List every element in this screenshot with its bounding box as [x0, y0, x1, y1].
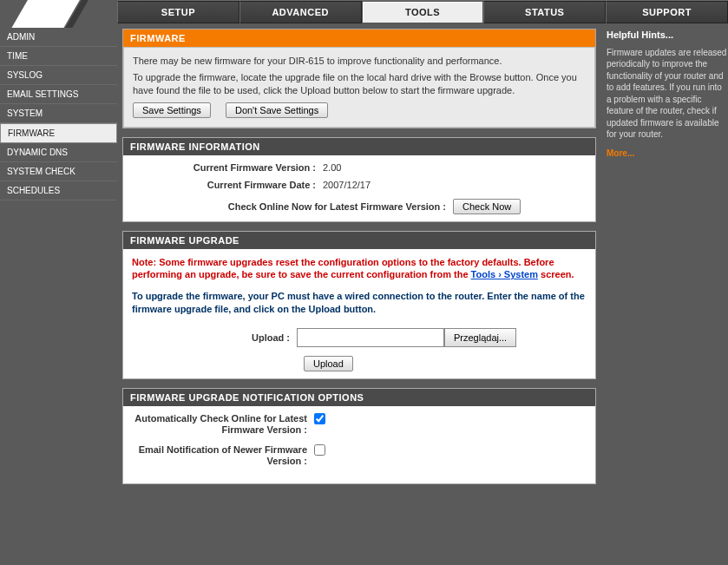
tab-status[interactable]: STATUS: [483, 1, 606, 23]
current-version-label: Current Firmware Version :: [132, 162, 323, 173]
sidebar-item-admin[interactable]: ADMIN: [0, 28, 117, 47]
upload-label: Upload :: [132, 332, 297, 343]
sidebar-item-system[interactable]: SYSTEM: [0, 104, 117, 123]
check-online-label: Check Online Now for Latest Firmware Ver…: [132, 201, 453, 212]
firmware-desc-1: There may be new firmware for your DIR-6…: [133, 55, 586, 68]
save-settings-button[interactable]: Save Settings: [133, 102, 211, 118]
sidebar-item-system-check[interactable]: SYSTEM CHECK: [0, 162, 117, 181]
firmware-panel: FIRMWARE There may be new firmware for y…: [122, 29, 596, 128]
top-nav: SETUP ADVANCED TOOLS STATUS SUPPORT: [0, 0, 728, 23]
helpful-hints: Helpful Hints... Firmware updates are re…: [601, 23, 728, 565]
notification-options-title: FIRMWARE UPGRADE NOTIFICATION OPTIONS: [123, 389, 595, 406]
upload-file-input[interactable]: [297, 328, 444, 347]
check-now-button[interactable]: Check Now: [453, 199, 521, 214]
upgrade-note: Note: Some firmware upgrades reset the c…: [132, 256, 587, 282]
firmware-upgrade-panel: FIRMWARE UPGRADE Note: Some firmware upg…: [122, 231, 596, 379]
current-date-value: 2007/12/17: [323, 180, 587, 190]
sidebar-item-dynamic-dns[interactable]: DYNAMIC DNS: [0, 143, 117, 162]
tab-setup[interactable]: SETUP: [117, 1, 239, 23]
hints-body: Firmware updates are released periodical…: [607, 47, 728, 141]
hints-title: Helpful Hints...: [607, 29, 728, 42]
auto-check-checkbox[interactable]: [314, 413, 325, 424]
tab-support[interactable]: SUPPORT: [606, 1, 728, 23]
main-content: FIRMWARE There may be new firmware for y…: [117, 23, 601, 565]
tab-tools[interactable]: TOOLS: [362, 1, 484, 23]
tab-advanced[interactable]: ADVANCED: [239, 1, 362, 23]
sidebar-item-time[interactable]: TIME: [0, 47, 117, 66]
firmware-panel-title: FIRMWARE: [123, 30, 595, 47]
upgrade-instructions: To upgrade the firmware, your PC must ha…: [132, 290, 587, 316]
email-notify-label: Email Notification of Newer Firmware Ver…: [132, 444, 314, 467]
tools-system-link[interactable]: Tools › System: [471, 269, 538, 279]
hints-more-link[interactable]: More...: [607, 148, 634, 160]
notification-options-panel: FIRMWARE UPGRADE NOTIFICATION OPTIONS Au…: [122, 388, 596, 484]
sidebar-item-email-settings[interactable]: EMAIL SETTINGS: [0, 85, 117, 104]
logo-area: [0, 0, 117, 23]
firmware-desc-2: To upgrade the firmware, locate the upgr…: [133, 71, 586, 97]
sidebar-item-syslog[interactable]: SYSLOG: [0, 66, 117, 85]
email-notify-checkbox[interactable]: [314, 444, 325, 456]
current-date-label: Current Firmware Date :: [132, 180, 323, 190]
current-version-value: 2.00: [323, 162, 587, 173]
sidebar: ADMIN TIME SYSLOG EMAIL SETTINGS SYSTEM …: [0, 23, 117, 565]
sidebar-item-schedules[interactable]: SCHEDULES: [0, 181, 117, 200]
browse-button[interactable]: Przeglądaj...: [444, 328, 516, 347]
sidebar-item-firmware[interactable]: FIRMWARE: [0, 123, 117, 143]
firmware-info-title: FIRMWARE INFORMATION: [123, 138, 595, 155]
dont-save-settings-button[interactable]: Don't Save Settings: [226, 102, 328, 118]
firmware-upgrade-title: FIRMWARE UPGRADE: [123, 232, 595, 249]
auto-check-label: Automatically Check Online for Latest Fi…: [132, 413, 314, 436]
upload-button[interactable]: Upload: [304, 356, 353, 371]
firmware-info-panel: FIRMWARE INFORMATION Current Firmware Ve…: [122, 137, 596, 222]
